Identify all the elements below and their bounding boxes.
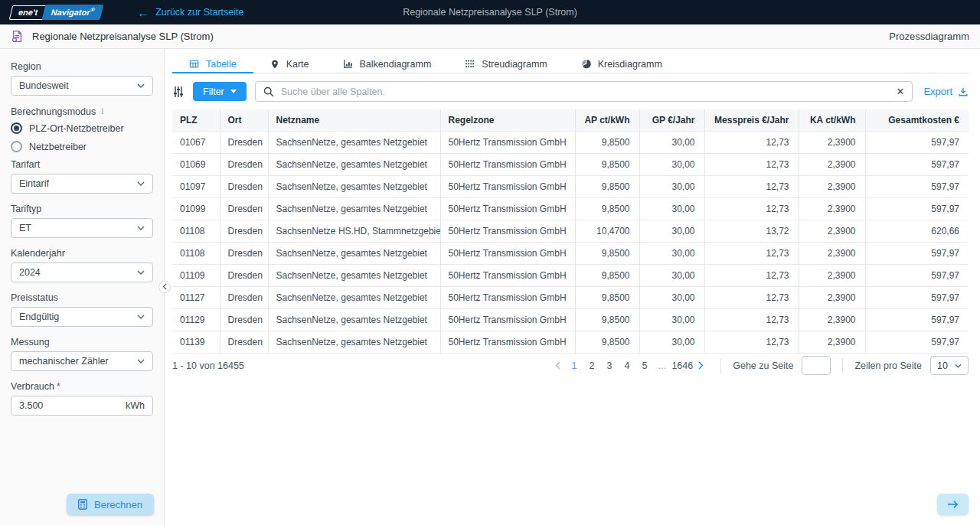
table-cell: 620,66 [865,220,969,242]
table-cell: 50Hertz Transmission GmbH [440,153,575,175]
page-button-3[interactable]: 3 [601,360,617,371]
region-select[interactable]: Bundesweit [11,76,153,96]
table-cell: 597,97 [865,175,969,197]
column-header[interactable]: Ort [220,109,268,131]
tariftyp-select[interactable]: ET [11,218,153,238]
tab-label: Streudiagramm [482,59,547,70]
kalenderjahr-select[interactable]: 2024 [11,262,153,282]
tab-karte[interactable]: Karte [253,55,326,73]
table-cell: 2,3900 [799,153,865,175]
column-header[interactable]: Messpreis €/Jahr [704,109,799,131]
page-button-1[interactable]: 1 [566,360,582,371]
goto-page-label: Gehe zu Seite [733,360,793,371]
verbrauch-input[interactable] [19,400,96,411]
table-cell: 9,8500 [575,286,639,308]
filter-button[interactable]: Filter [193,82,247,101]
required-mark: * [57,381,60,392]
info-icon[interactable]: i [101,106,103,117]
column-header[interactable]: KA ct/kWh [799,109,865,131]
column-header[interactable]: Regelzone [440,109,575,131]
main-content: TabelleKarteBalkendiagrammStreudiagrammK… [165,49,980,525]
search-input[interactable] [281,86,890,97]
chevron-left-icon [162,283,167,292]
close-icon[interactable]: ✕ [897,86,905,96]
sidebar-collapse-button[interactable] [158,281,171,293]
tab-label: Tabelle [206,59,237,70]
table-row[interactable]: 01067DresdenSachsenNetze, gesamtes Netzg… [172,131,969,153]
table-row[interactable]: 01139DresdenSachsenNetze, gesamtes Netzg… [172,331,969,353]
radio-plz-ort-netzbetreiber[interactable]: PLZ-Ort-Netzbetreiber [11,122,153,134]
radio-label: PLZ-Ort-Netzbetreiber [29,123,124,134]
table-cell: 597,97 [865,242,969,264]
download-icon [958,86,969,97]
region-value: Bundesweit [19,80,69,91]
pagination-bar: 1 - 10 von 16455 12345...1646 Gehe zu Se… [172,354,969,378]
column-header[interactable]: AP ct/kWh [575,109,639,131]
table-cell: 01129 [172,308,220,331]
pie-chart-icon [581,59,591,69]
tab-streudiagramm[interactable]: Streudiagramm [448,55,564,73]
table-cell: 2,3900 [799,308,865,331]
tab-kreisdiagramm[interactable]: Kreisdiagramm [564,55,679,73]
column-header[interactable]: PLZ [172,109,220,131]
table-row[interactable]: 01099DresdenSachsenNetze, gesamtes Netzg… [172,197,969,220]
page-button-1646[interactable]: 1646 [671,360,693,371]
chevron-down-icon [137,270,145,275]
table-row[interactable]: 01069DresdenSachsenNetze, gesamtes Netzg… [172,153,969,175]
preisstatus-label: Preisstatus [11,292,153,303]
table-cell: SachsenNetze, gesamtes Netzgebiet [268,242,440,264]
messung-select[interactable]: mechanischer Zähler [11,351,153,371]
chevron-down-icon [137,226,145,230]
table-cell: Dresden [220,331,268,353]
column-header[interactable]: Gesamtkosten € [865,109,969,131]
next-step-button[interactable] [937,494,969,515]
back-to-start-link[interactable]: ← Zurück zur Startseite [137,7,243,18]
page-button-4[interactable]: 4 [619,360,635,371]
previous-page-button[interactable] [550,361,566,370]
table-cell: 2,3900 [799,131,865,153]
tab-balkendiagramm[interactable]: Balkendiagramm [326,55,449,73]
export-label: Export [923,86,952,97]
preisstatus-value: Endgültig [19,311,59,322]
berechnen-button[interactable]: Berechnen [67,494,154,515]
table-cell: 2,3900 [799,331,865,353]
table-cell: 50Hertz Transmission GmbH [440,220,575,242]
table-cell: Dresden [220,286,268,308]
tune-icon[interactable] [172,86,185,98]
table-row[interactable]: 01109DresdenSachsenNetze, gesamtes Netzg… [172,264,969,286]
table-cell: 30,00 [639,308,704,331]
table-row[interactable]: 01108DresdenSachsenNetze HS.HD, Stammnet… [172,220,969,242]
export-button[interactable]: Export [923,86,969,97]
rows-per-page-value: 10 [937,360,948,371]
table-cell: 30,00 [639,175,704,197]
table-row[interactable]: 01097DresdenSachsenNetze, gesamtes Netzg… [172,175,969,197]
table-row[interactable]: 01129DresdenSachsenNetze, gesamtes Netzg… [172,308,969,331]
table-cell: Dresden [220,220,268,242]
column-header[interactable]: GP €/Jahr [639,109,704,131]
tab-tabelle[interactable]: Tabelle [172,55,253,73]
tarifart-select[interactable]: Eintarif [11,174,153,194]
preisstatus-select[interactable]: Endgültig [11,307,153,327]
column-header[interactable]: Netzname [268,109,440,131]
page-button-2[interactable]: 2 [583,360,599,371]
table-cell: 597,97 [865,197,969,220]
goto-page-input[interactable] [802,356,831,375]
next-page-button[interactable] [693,361,709,370]
page-button-5[interactable]: 5 [636,360,652,371]
divider [842,358,843,373]
logo-navigator-label: Navigator® [42,5,104,20]
table-cell: 597,97 [865,308,969,331]
table-row[interactable]: 01127DresdenSachsenNetze, gesamtes Netzg… [172,286,969,308]
region-field: Region Bundesweit [11,61,153,96]
back-link-label: Zurück zur Startseite [155,7,243,18]
verbrauch-unit: kWh [126,400,145,411]
rows-per-page-select[interactable]: 10 [930,356,969,375]
table-row[interactable]: 01108DresdenSachsenNetze, gesamtes Netzg… [172,242,969,264]
process-diagram-link[interactable]: Prozessdiagramm [889,31,969,42]
radio-netzbetreiber[interactable]: Netzbetreiber [11,141,153,152]
verbrauch-label: Verbrauch [11,381,54,392]
berechnungsmodus-label: Berechnungsmodus [11,106,96,117]
table-cell: SachsenNetze, gesamtes Netzgebiet [268,286,440,308]
enet-navigator-logo[interactable]: ene't Navigator® [11,5,102,20]
table-cell: 01099 [172,197,220,220]
